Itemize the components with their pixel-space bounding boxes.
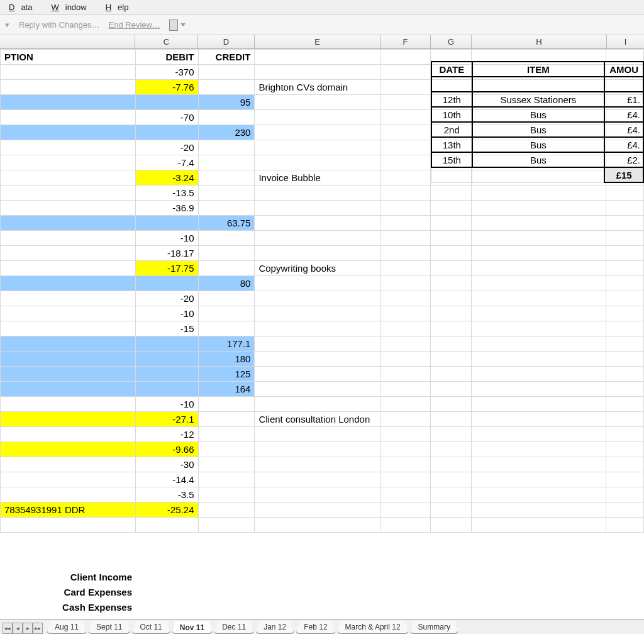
cell-debit[interactable] [135, 336, 198, 352]
cell-note[interactable] [255, 352, 380, 367]
cell-note[interactable] [255, 336, 380, 352]
cell-note[interactable]: Copywriting books [255, 261, 380, 276]
col-header-I[interactable]: I [607, 35, 644, 48]
cell-note[interactable]: Brighton CVs domain [255, 80, 380, 95]
tab-nav-prev[interactable]: ◂ [13, 623, 23, 634]
col-header-E[interactable]: E [255, 35, 380, 48]
spreadsheet-grid[interactable]: C D E F G H I PTION DEBIT CREDIT -370-7.… [0, 35, 644, 533]
rt-cell-item[interactable]: Bus [472, 107, 605, 122]
menu-help[interactable]: Help [99, 1, 142, 13]
cell-debit[interactable]: -9.66 [135, 442, 198, 457]
cell-credit[interactable] [198, 231, 255, 246]
cell-description[interactable] [1, 80, 136, 95]
cell-note[interactable] [255, 306, 380, 321]
cell-note[interactable] [255, 382, 380, 397]
cell-debit[interactable]: -13.5 [135, 186, 198, 201]
cell-credit[interactable] [198, 472, 255, 487]
cell-description[interactable] [1, 216, 136, 231]
cell-description[interactable] [1, 140, 136, 155]
sheet-tab[interactable]: March & April 12 [337, 621, 409, 634]
cell-note[interactable] [255, 276, 380, 291]
cell-debit[interactable]: -10 [135, 397, 198, 412]
cell-description[interactable] [1, 367, 136, 382]
cell-credit[interactable] [198, 502, 255, 518]
cell-credit[interactable] [198, 140, 255, 155]
cell-note[interactable] [255, 95, 380, 110]
cell-note[interactable] [255, 502, 380, 518]
cell-description[interactable]: 78354931991 DDR [1, 502, 136, 518]
rt-cell-date[interactable]: 13th [431, 137, 472, 152]
rt-cell-amount[interactable]: £4. [604, 137, 643, 152]
cell-credit[interactable] [198, 518, 255, 533]
sheet-tab[interactable]: Aug 11 [47, 621, 87, 634]
rt-cell-item[interactable]: Bus [472, 122, 605, 137]
reply-with-changes-button[interactable]: Reply with Changes… [19, 20, 100, 30]
cell-note[interactable]: Client consultation London [255, 412, 380, 427]
sheet-tab[interactable]: Jan 12 [255, 621, 294, 634]
rt-cell-date[interactable]: 2nd [431, 122, 472, 137]
cell-credit[interactable]: 177.1 [198, 336, 255, 352]
cell-note[interactable] [255, 487, 380, 502]
rt-cell-amount[interactable]: £4. [604, 107, 643, 122]
end-review-button[interactable]: End Review… [109, 20, 160, 30]
col-header-C[interactable]: C [135, 35, 198, 48]
cell-debit[interactable]: -3.24 [135, 170, 198, 186]
col-header-H[interactable]: H [472, 35, 607, 48]
header-debit[interactable]: DEBIT [135, 50, 198, 65]
rt-cell-amount[interactable]: £4. [604, 122, 643, 137]
cell-debit[interactable]: -17.75 [135, 261, 198, 276]
cell-description[interactable] [1, 291, 136, 306]
cell-description[interactable] [1, 321, 136, 336]
cell-debit[interactable] [135, 216, 198, 231]
cell-note[interactable] [255, 367, 380, 382]
menu-window[interactable]: Window [45, 1, 99, 13]
cell-note[interactable] [255, 140, 380, 155]
cell-description[interactable] [1, 336, 136, 352]
rt-cell-date[interactable]: 10th [431, 107, 472, 122]
rt-header-item[interactable]: ITEM [472, 62, 605, 77]
cell-description[interactable] [1, 352, 136, 367]
cell-description[interactable] [1, 518, 136, 533]
sheet-tab[interactable]: Summary [410, 621, 458, 634]
rt-cell-date[interactable]: 12th [431, 92, 472, 107]
rt-cell-item[interactable] [472, 77, 605, 92]
cell-description[interactable] [1, 442, 136, 457]
cell-description[interactable] [1, 201, 136, 216]
cell-note[interactable]: Invoice Bubble [255, 170, 380, 186]
cell-debit[interactable] [135, 95, 198, 110]
cell-debit[interactable]: -10 [135, 231, 198, 246]
cell-description[interactable] [1, 155, 136, 170]
rt-cell-amount[interactable]: £1. [604, 92, 643, 107]
cell-credit[interactable] [198, 155, 255, 170]
col-header-F[interactable]: F [380, 35, 431, 48]
cell-debit[interactable]: -18.17 [135, 246, 198, 261]
cell-credit[interactable] [198, 261, 255, 276]
cell-note[interactable] [255, 65, 380, 80]
rt-cell-item[interactable]: Sussex Stationers [472, 92, 605, 107]
sheet-tab[interactable]: Dec 11 [214, 621, 254, 634]
cell-debit[interactable] [135, 367, 198, 382]
sheet-tab[interactable]: Sept 11 [88, 621, 130, 634]
sheet-tab[interactable]: Feb 12 [296, 621, 335, 634]
cell-description[interactable] [1, 472, 136, 487]
cell-description[interactable] [1, 65, 136, 80]
cell-debit[interactable] [135, 125, 198, 140]
cell-note[interactable] [255, 216, 380, 231]
cell-note[interactable] [255, 472, 380, 487]
cell-description[interactable] [1, 261, 136, 276]
tab-nav-first[interactable]: ◂◂ [3, 623, 13, 634]
cell-description[interactable] [1, 412, 136, 427]
cell-note[interactable] [255, 442, 380, 457]
cell-credit[interactable] [198, 65, 255, 80]
cell-credit[interactable] [198, 80, 255, 95]
cell-note[interactable] [255, 155, 380, 170]
cell-note[interactable] [255, 125, 380, 140]
rt-cell-item[interactable]: Bus [472, 152, 605, 167]
cell-credit[interactable] [198, 412, 255, 427]
rt-header-amount[interactable]: AMOU [604, 62, 643, 77]
cell-note[interactable] [255, 201, 380, 216]
cell-credit[interactable] [198, 291, 255, 306]
rt-cell-item[interactable]: Bus [472, 137, 605, 152]
rt-cell-date[interactable] [431, 77, 472, 92]
cell-credit[interactable]: 125 [198, 367, 255, 382]
